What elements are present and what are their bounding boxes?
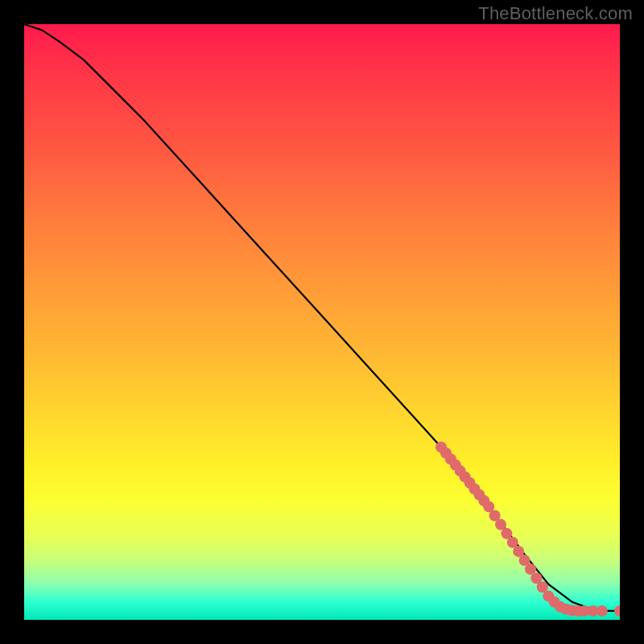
chart-svg [24,24,620,620]
highlight-dot [614,605,620,617]
chart-stage: TheBottleneck.com [0,0,644,644]
curve-path [24,24,620,611]
plot-area [24,24,620,620]
watermark-text: TheBottleneck.com [478,3,633,24]
highlight-dot [597,605,608,617]
dots-layer [436,441,620,617]
